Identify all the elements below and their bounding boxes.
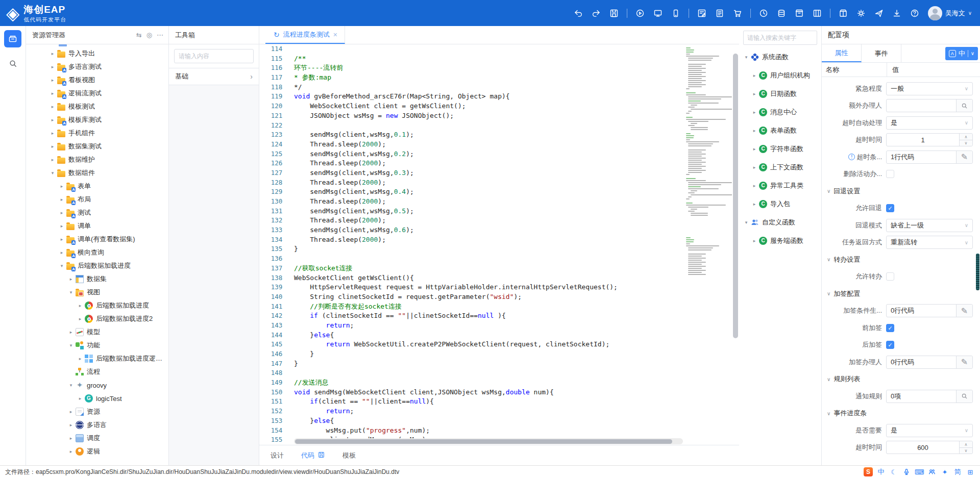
publish-send-icon[interactable] [872,7,886,20]
config-tab-事件[interactable]: 事件 [862,44,901,62]
tree-expanded-arrow-icon[interactable]: ▾ [743,220,749,225]
tree-collapsed-arrow-icon[interactable]: ▸ [68,436,74,441]
keyboard-icon[interactable]: ⌨ [915,467,924,476]
tree-item-多语言[interactable]: ▸多语言 [26,418,168,432]
tree-item-调度[interactable]: ▸调度 [26,432,168,445]
redo-icon[interactable] [590,7,603,20]
database-coins-icon[interactable] [775,7,788,20]
global-search-icon[interactable] [8,59,18,70]
select-field[interactable]: 缺省上一级∨ [886,219,973,232]
tree-collapsed-arrow-icon[interactable]: ▸ [50,157,56,162]
tree-item-数据集[interactable]: ▸数据集 [26,272,168,286]
config-tab-属性[interactable]: 属性 [822,44,862,62]
tree-item-服务端函数[interactable]: ▸C服务端函数 [739,232,821,250]
tree-item-数据组件[interactable]: ▾数据组件 [26,166,168,180]
tree-expanded-arrow-icon[interactable]: ▾ [743,55,749,60]
tree-collapsed-arrow-icon[interactable]: ▸ [751,146,757,152]
tree-item-字符串函数[interactable]: ▸C字符串函数 [739,140,821,158]
checkbox-checked[interactable]: ✓ [886,341,894,349]
tree-item-后端数据加载进度2[interactable]: ▸后端数据加载进度2 [26,312,168,325]
tree-collapsed-arrow-icon[interactable]: ▸ [68,409,74,414]
tree-expanded-arrow-icon[interactable]: ▾ [68,383,74,388]
editor-tab-active[interactable]: ↻ 流程进度条测试 × [265,26,345,44]
scrollbar-thumb[interactable] [295,439,672,444]
search-field[interactable] [886,99,973,112]
tree-item-groovy[interactable]: ▾✦groovy [26,379,168,392]
stepper-down-icon[interactable]: ∨ [960,140,972,146]
field-value[interactable]: 是 [887,426,965,435]
search-field[interactable]: 0项 [886,390,973,403]
contacts-icon[interactable] [927,467,937,476]
tree-collapsed-arrow-icon[interactable]: ▸ [751,202,757,207]
save-icon[interactable] [607,7,621,20]
settings-gear-icon[interactable] [854,7,868,20]
locate-icon[interactable]: ◎ [146,31,152,39]
tree-item-逻辑流测试[interactable]: ▸逻辑流测试 [26,87,168,100]
tree-item-数据集测试[interactable]: ▸数据集测试 [26,140,168,153]
editor-horizontal-scrollbar[interactable] [294,438,683,444]
form-edit-icon[interactable] [695,7,708,20]
tree-collapsed-arrow-icon[interactable]: ▸ [59,250,65,255]
tree-item-流程[interactable]: 流程 [26,365,168,379]
tree-collapsed-arrow-icon[interactable]: ▸ [68,330,74,335]
sort-swap-icon[interactable]: ⇆ [136,31,142,39]
chinese-mode-icon[interactable]: 中 [876,467,886,476]
config-section-回退设置[interactable]: ∨回退设置 [826,183,973,200]
tree-collapsed-arrow-icon[interactable]: ▸ [77,356,83,361]
tree-collapsed-arrow-icon[interactable]: ▸ [50,91,56,96]
code-field[interactable]: 0行代码✎ [886,304,973,317]
tree-item-上下文函数[interactable]: ▸C上下文函数 [739,158,821,177]
tree-item-后端数据加载进度[interactable]: ▸后端数据加载进度 [26,299,168,312]
stepper-field[interactable]: 600∧∨ [886,441,973,454]
tree-item-异常工具类[interactable]: ▸C异常工具类 [739,177,821,195]
tree-collapsed-arrow-icon[interactable]: ▸ [77,396,83,401]
tree-collapsed-arrow-icon[interactable]: ▸ [59,237,65,242]
language-switch-button[interactable]: A中∨ [945,47,978,60]
toolbox-search-input[interactable] [174,49,254,63]
tree-collapsed-arrow-icon[interactable]: ▸ [50,117,56,122]
tree-item-功能[interactable]: ▾功能 [26,339,168,352]
stepper-down-icon[interactable]: ∨ [960,448,972,454]
tree-item-logicTest[interactable]: ▸GlogicTest [26,392,168,405]
checkbox-unchecked[interactable] [886,272,894,281]
tree-collapsed-arrow-icon[interactable]: ▸ [751,238,757,243]
tree-collapsed-arrow-icon[interactable]: ▸ [50,64,56,69]
field-value[interactable]: 0行代码 [887,358,956,367]
tree-item-测试[interactable]: ▸测试 [26,206,168,219]
stepper-up-icon[interactable]: ∧ [960,441,972,448]
stepper-up-icon[interactable]: ∧ [960,134,972,140]
tree-collapsed-arrow-icon[interactable]: ▸ [751,91,757,96]
editor-vertical-scrollbar[interactable] [732,44,739,445]
editor-mode-tab-模板[interactable]: 模板 [342,451,356,460]
tree-item-表单[interactable]: ▸表单 [26,180,168,193]
download-icon[interactable] [890,7,903,20]
tree-item-模型[interactable]: ▸模型 [26,325,168,339]
simplified-chinese-icon[interactable]: 简 [953,467,962,476]
history-clock-icon[interactable] [757,7,770,20]
tree-collapsed-arrow-icon[interactable]: ▸ [77,316,83,321]
config-section-事件进度条[interactable]: ∨事件进度条 [826,405,973,422]
tree-collapsed-arrow-icon[interactable]: ▸ [751,128,757,133]
tree-item-导入导出[interactable]: ▸导入导出 [26,47,168,60]
resource-explorer-button[interactable] [4,30,21,47]
editor-mode-tab-代码[interactable]: 代码 [301,451,325,460]
config-section-转办设置[interactable]: ∨转办设置 [826,251,973,268]
sogou-logo-icon[interactable]: S [864,467,873,476]
market-cart-icon[interactable] [731,7,744,20]
preview-mobile-icon[interactable] [669,7,682,20]
tree-item-导入包[interactable]: ▸C导入包 [739,195,821,213]
tree-collapsed-arrow-icon[interactable]: ▸ [751,73,757,78]
tree-item-表单函数[interactable]: ▸C表单函数 [739,121,821,140]
tree-collapsed-arrow-icon[interactable]: ▸ [59,184,65,189]
config-section-加签配置[interactable]: ∨加签配置 [826,285,973,303]
undo-icon[interactable] [572,7,585,20]
tree-collapsed-arrow-icon[interactable]: ▸ [59,210,65,215]
functions-search-input[interactable] [743,31,817,45]
tree-collapsed-arrow-icon[interactable]: ▸ [751,183,757,188]
tree-collapsed-arrow-icon[interactable]: ▸ [751,110,757,115]
moon-icon[interactable]: ☾ [889,467,898,476]
select-field[interactable]: 是∨ [886,424,973,437]
field-value[interactable]: 0行代码 [887,306,956,315]
tree-item-调单(有查看数据集)[interactable]: ▸调单(有查看数据集) [26,233,168,246]
scrollbar-thumb[interactable] [733,54,738,338]
